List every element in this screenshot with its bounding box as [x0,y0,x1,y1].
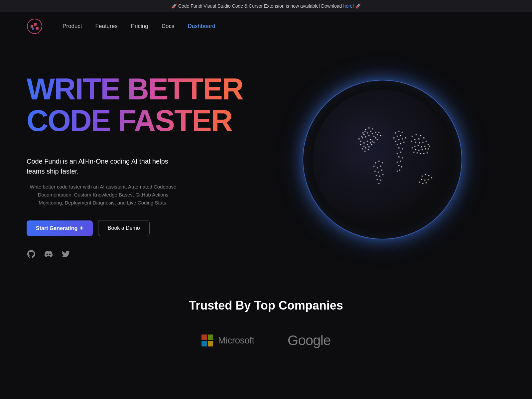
svg-point-52 [379,175,381,177]
nav-link-features[interactable]: Features [95,23,118,29]
nav-item-pricing[interactable]: Pricing [131,23,148,30]
svg-point-35 [378,131,380,133]
nav-link-product[interactable]: Product [63,23,82,29]
navigation: Product Features Pricing Docs Dashboard [0,12,532,40]
svg-rect-1 [31,25,33,28]
logo-container[interactable] [27,18,43,34]
svg-point-61 [397,135,398,137]
svg-point-37 [377,139,378,140]
svg-point-50 [381,169,383,171]
svg-point-70 [398,147,400,149]
microsoft-grid-icon [201,334,213,346]
svg-point-113 [431,177,433,179]
google-label: Google [288,332,331,348]
svg-point-56 [378,183,380,184]
svg-point-7 [372,128,373,130]
svg-point-119 [426,182,427,184]
svg-point-66 [405,137,407,139]
nav-item-docs[interactable]: Docs [162,23,175,30]
svg-point-63 [395,140,397,142]
nav-link-pricing[interactable]: Pricing [131,23,148,29]
discord-icon[interactable] [44,249,53,259]
svg-point-57 [395,132,397,134]
svg-point-71 [402,148,403,150]
svg-point-106 [423,153,425,154]
svg-point-78 [398,165,400,166]
svg-point-100 [418,149,420,151]
svg-point-104 [429,145,431,147]
svg-point-58 [398,130,400,132]
svg-point-69 [397,144,398,145]
svg-point-60 [400,135,402,136]
hero-section: WRITE BETTER CODE FASTER Code Fundi is a… [0,40,532,272]
svg-point-76 [400,160,402,162]
announcement-text: 🚀 Code Fundi Visual Studio Code & Cursor… [171,3,343,9]
svg-point-118 [422,183,424,184]
svg-point-86 [418,138,420,140]
hero-description-main: Code Fundi is an All-In-One coding AI th… [27,156,186,176]
globe-dots-svg [313,90,452,229]
svg-point-64 [398,139,400,140]
svg-point-68 [400,143,402,144]
svg-point-11 [362,137,363,139]
svg-point-97 [414,145,416,147]
svg-point-25 [360,144,362,145]
nav-link-dashboard[interactable]: Dashboard [188,23,215,29]
svg-point-46 [377,167,378,169]
hero-description-sub: Write better code faster with an AI assi… [27,183,180,207]
svg-point-14 [372,133,373,134]
globe-inner [313,90,452,229]
company-logos: Microsoft Google [27,332,505,348]
ms-red-square [201,334,207,340]
svg-point-95 [421,146,423,148]
twitter-icon[interactable] [61,249,70,259]
svg-point-0 [27,19,42,34]
svg-point-24 [364,130,366,132]
svg-point-65 [402,138,403,140]
ms-blue-square [201,341,207,346]
book-demo-button[interactable]: Book a Demo [98,220,150,236]
svg-point-116 [421,179,423,180]
svg-point-13 [368,135,370,136]
svg-point-109 [413,151,415,153]
svg-point-49 [378,171,379,173]
nav-item-dashboard[interactable]: Dashboard [188,23,215,30]
svg-point-93 [428,144,429,145]
svg-point-45 [380,165,382,167]
nav-link-docs[interactable]: Docs [162,23,175,29]
svg-rect-3 [36,27,39,30]
nav-item-product[interactable]: Product [63,23,82,30]
svg-point-90 [419,142,421,144]
svg-point-23 [362,132,364,134]
nav-links: Product Features Pricing Docs Dashboard [63,23,215,30]
svg-point-43 [378,160,380,162]
svg-point-105 [427,152,428,154]
start-generating-button[interactable]: Start Generating ✦ [27,220,93,236]
svg-point-84 [420,135,422,136]
svg-point-33 [375,137,377,139]
svg-point-75 [402,157,403,159]
svg-rect-2 [34,23,37,26]
svg-point-34 [377,134,378,135]
svg-point-92 [426,140,427,142]
svg-point-54 [377,179,378,180]
svg-point-47 [373,165,375,167]
svg-point-111 [425,174,427,175]
svg-point-12 [365,136,367,138]
svg-point-21 [358,138,360,140]
svg-point-16 [373,135,375,137]
google-logo: Google [288,332,331,348]
svg-point-108 [417,152,418,154]
announcement-link[interactable]: here [343,3,352,9]
announcement-suffix: ! 🚀 [352,3,361,9]
svg-point-117 [419,181,421,183]
nav-item-features[interactable]: Features [95,23,118,30]
svg-point-38 [373,141,375,143]
svg-point-107 [420,153,422,154]
svg-point-73 [397,153,398,154]
github-icon[interactable] [27,249,36,259]
svg-point-72 [400,151,402,153]
svg-point-89 [415,141,417,143]
svg-point-32 [372,140,373,142]
trusted-title: Trusted By Top Companies [27,299,505,313]
